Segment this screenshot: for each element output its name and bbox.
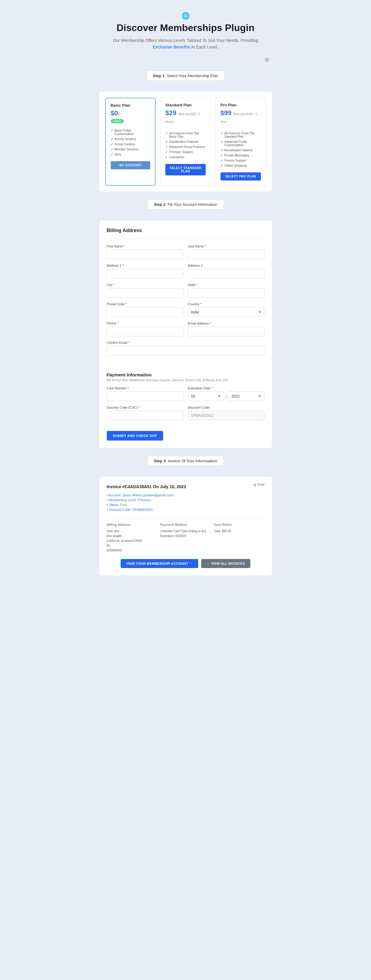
print-icon: 🖨 <box>253 483 256 486</box>
city-input[interactable] <box>107 288 183 298</box>
step2-label: Step 2: Fill Your Account Information <box>147 199 224 210</box>
feature-item: Advanced Group Features <box>165 144 206 150</box>
state-label: State * <box>188 283 264 286</box>
expiry-month-select[interactable]: 02 <box>188 391 224 401</box>
feature-item: All Features From The Basic Plan. <box>165 131 206 139</box>
first-name-input[interactable] <box>107 250 183 259</box>
plan-pro: Pro Plan $99 Now and $100 / 1 Year All F… <box>215 98 266 186</box>
subtitle-start: Our Membership Offers Various Levels Tai… <box>113 38 258 43</box>
feature-item: Group Creation <box>111 142 150 147</box>
plan-basic: Basic Plan $0/0 Active Basic Profile Cus… <box>105 98 156 186</box>
step3-label: Step 3: Invoice Of Your Informaation <box>147 456 224 466</box>
step1-header: Step 1: Select Your Membership Plan <box>99 71 272 87</box>
step1-label: Step 1: Select Your Membership Plan <box>147 71 225 81</box>
invoice-membership: • Membership Level: Premium <box>107 498 264 502</box>
plan-standard-name: Standard Plan <box>165 103 206 107</box>
postal-label: Postal Code * <box>107 302 183 306</box>
invoice-status: • Status: Paid <box>107 502 264 507</box>
first-name-group: First Name * <box>107 244 183 259</box>
globe-icon: 🌐 <box>99 12 272 20</box>
payment-info-title: Payment Information <box>107 372 264 377</box>
plan-standard-features: All Features From The Basic Plan. Gamifi… <box>165 131 206 160</box>
step3-header: Step 3: Invoice Of Your Informaation <box>99 456 272 472</box>
billing-form-wrapper: Billing Address First Name * Last Name *… <box>99 220 272 449</box>
feature-item: Member Directory <box>111 147 150 152</box>
last-name-group: Last Name * <box>188 244 264 259</box>
email-label: Email Address * <box>188 321 264 325</box>
email-group: Email Address * <box>188 321 264 336</box>
invoice-wrapper: Invoice #C4ADA39A01 On July 18, 2023 🖨 P… <box>99 476 272 576</box>
total-col-title: Total Billed <box>214 523 264 527</box>
security-code-input[interactable] <box>107 411 183 420</box>
confirm-email-label: Confirm Email * <box>107 341 264 344</box>
payment-accepted-cards: We Accept Visa, Mastercard, American Exp… <box>107 379 264 382</box>
step2-header: Step 2: Fill Your Account Information <box>99 199 272 215</box>
invoice-table: Billing Address John doeloss angelsCalif… <box>107 518 264 553</box>
city-state-row: City * State * <box>107 283 264 298</box>
confirm-email-input[interactable] <box>107 346 264 356</box>
state-input[interactable] <box>188 288 264 298</box>
postal-group: Postal Code * <box>107 302 183 317</box>
billing-col-value: John doeloss angelsCalifornia, america12… <box>107 529 157 553</box>
view-invoices-button[interactable]: → VIEW ALL INVOICES <box>201 559 250 568</box>
phone-input[interactable] <box>107 327 183 336</box>
feature-item: Activity Streams <box>111 137 150 142</box>
security-code-label: Security Code (CVC) * <box>107 406 183 409</box>
card-number-input[interactable] <box>107 391 183 401</box>
billing-section-title: Billing Address <box>107 228 264 233</box>
email-input[interactable] <box>188 327 264 336</box>
last-name-input[interactable] <box>188 250 264 259</box>
print-label: Print <box>257 483 264 486</box>
address-row: Address 1 * Address 2 <box>107 264 264 278</box>
expiry-year-select[interactable]: 2023 <box>228 391 264 401</box>
country-select[interactable]: India United States United Kingdom <box>188 307 264 317</box>
security-discount-row: Security Code (CVC) * Discount Code DF8A… <box>107 406 264 420</box>
subtitle-highlight: Exclusive Benefits <box>153 45 190 49</box>
submit-checkout-button[interactable]: SUBMIT AND CHECK OUT <box>107 431 163 441</box>
feature-item: Advanced Profile Customization <box>221 139 261 148</box>
feature-item: Private Messaging <box>221 153 261 158</box>
settings-icon: ⚙ <box>99 57 272 63</box>
expiry-row: 02 / 2023 <box>188 391 264 401</box>
plan-basic-name: Basic Plan <box>111 103 150 108</box>
select-pro-button[interactable]: SELECT PRO PLAN <box>221 172 261 180</box>
expiration-label: Expiration Date * <box>188 387 264 390</box>
address2-group: Address 2 <box>188 264 264 278</box>
country-label: Country * <box>188 302 264 306</box>
payment-col-title: Payment Method <box>160 523 211 527</box>
total-col-value: Total: $30.00 <box>214 529 264 534</box>
postal-input[interactable] <box>107 307 183 317</box>
address1-input[interactable] <box>107 269 183 278</box>
city-label: City * <box>107 283 183 286</box>
address2-input[interactable] <box>188 269 264 278</box>
invoice-discount: • Discount Code: DF8AAD291C <box>107 507 264 512</box>
card-number-group: Card Number * <box>107 387 183 401</box>
my-account-button[interactable]: MY ACCOUNT <box>111 161 150 169</box>
invoice-account: • Account: Jenny Wilson (jondoe@gmail.co… <box>107 493 264 498</box>
plans-wrapper: Basic Plan $0/0 Active Basic Profile Cus… <box>99 91 272 192</box>
discount-code-value: DF8AAD291C <box>188 411 264 420</box>
discount-code-label: Discount Code <box>188 406 264 409</box>
select-standard-button[interactable]: SELECT STANDARD PLAN <box>165 164 206 175</box>
card-number-label: Card Number * <box>107 387 183 390</box>
plan-standard-price: $29 Now and $25 / 1 Month <box>165 109 206 125</box>
page-header: 🌐 Discover Memberships Plugin Our Member… <box>99 6 272 57</box>
feature-item: Learnpress <box>165 154 206 160</box>
subtitle-end: At Each Level. <box>190 45 218 49</box>
card-expiry-row: Card Number * Expiration Date * 02 / 202… <box>107 387 264 401</box>
phone-email-row: Phone * Email Address * <box>107 321 264 336</box>
security-code-group: Security Code (CVC) * <box>107 406 183 420</box>
confirm-email-group: Confirm Email * <box>107 341 264 356</box>
state-group: State * <box>188 283 264 298</box>
view-membership-button[interactable]: VIEW YOUR MEMBERSHIP ACCOUNT → <box>121 559 198 568</box>
plan-pro-price: $99 Now and $100 / 1 Year <box>221 109 261 125</box>
feature-item: Online Shopping <box>221 163 261 168</box>
page-subtitle: Our Membership Offers Various Levels Tai… <box>107 37 264 51</box>
plan-standard: Standard Plan $29 Now and $25 / 1 Month … <box>160 98 211 186</box>
print-button[interactable]: 🖨 Print <box>253 483 264 486</box>
address1-label: Address 1 * <box>107 264 183 267</box>
plan-basic-price: $0/0 <box>111 110 150 117</box>
address2-label: Address 2 <box>188 264 264 267</box>
billing-address-col: Billing Address John doeloss angelsCalif… <box>107 523 157 553</box>
first-name-label: First Name * <box>107 244 183 248</box>
